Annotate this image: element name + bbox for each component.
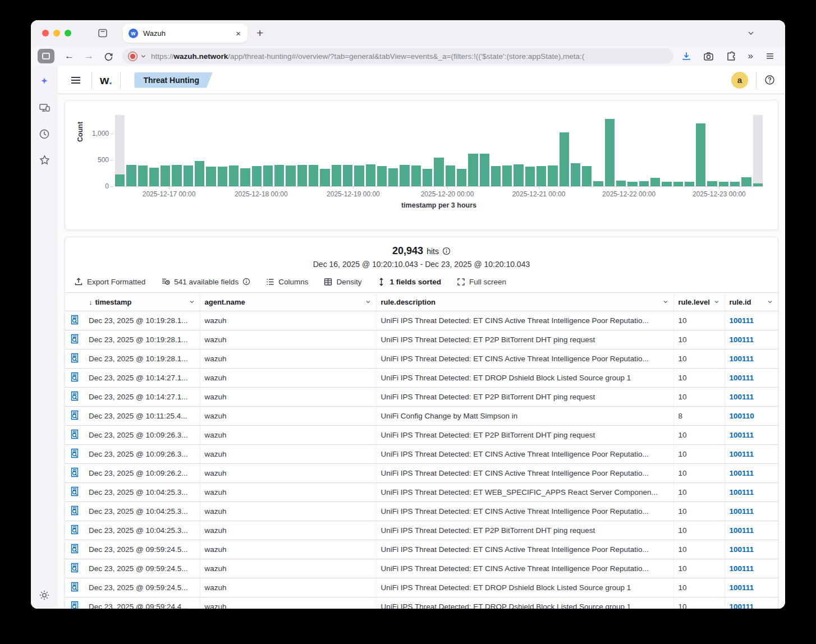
histogram-bar[interactable] (377, 115, 387, 186)
forward-button[interactable]: → (84, 50, 94, 62)
devices-icon[interactable] (39, 102, 51, 114)
inspect-document-button[interactable] (65, 540, 84, 559)
histogram-bar[interactable] (297, 115, 307, 186)
rule-id-link[interactable]: 100111 (730, 507, 754, 516)
inspect-document-button[interactable] (65, 502, 84, 521)
back-button[interactable]: ← (65, 50, 74, 62)
user-avatar[interactable]: a (731, 72, 748, 89)
histogram-bar[interactable] (502, 115, 512, 186)
fields-info-icon[interactable] (242, 278, 250, 286)
download-icon[interactable] (681, 51, 691, 61)
zoom-window-button[interactable] (65, 30, 71, 36)
histogram-bar[interactable] (639, 115, 649, 186)
column-header-level[interactable]: rule.level (673, 293, 725, 311)
rule-id-link[interactable]: 100111 (730, 431, 754, 439)
inspect-document-button[interactable] (65, 521, 84, 540)
histogram-bar[interactable] (343, 115, 352, 186)
histogram-bar[interactable] (525, 115, 535, 186)
histogram-bar[interactable] (263, 115, 273, 186)
histogram-bar[interactable] (206, 115, 216, 186)
tab-overview-icon[interactable] (97, 27, 108, 39)
histogram-bar[interactable] (332, 115, 341, 186)
inspect-document-button[interactable] (65, 426, 84, 445)
fullscreen-button[interactable]: Full screen (457, 278, 506, 286)
density-button[interactable]: Density (324, 278, 361, 286)
histogram-bar[interactable] (126, 115, 136, 186)
histogram-bar[interactable] (229, 115, 239, 186)
inspect-document-button[interactable] (65, 407, 84, 426)
rule-id-link[interactable]: 100111 (730, 526, 754, 535)
column-menu-chevron-icon[interactable] (767, 298, 773, 305)
histogram-bar[interactable] (434, 115, 443, 186)
rule-id-link[interactable]: 100110 (730, 412, 754, 420)
histogram-bar[interactable] (685, 115, 694, 186)
app-menu-icon[interactable] (70, 75, 81, 86)
settings-gear-icon[interactable] (39, 590, 50, 601)
column-header-id[interactable]: rule.id (725, 293, 778, 311)
rule-id-link[interactable]: 100111 (730, 355, 754, 363)
histogram-bar[interactable] (627, 115, 637, 186)
histogram-bar[interactable] (593, 115, 603, 186)
histogram-bar[interactable] (184, 115, 193, 186)
histogram-bar[interactable] (161, 115, 170, 186)
histogram-bar[interactable] (411, 115, 421, 186)
histogram-bar[interactable] (115, 115, 125, 186)
extensions-puzzle-icon[interactable] (726, 51, 736, 62)
inspect-document-button[interactable] (65, 464, 84, 483)
histogram-bar[interactable] (457, 115, 466, 186)
column-header-timestamp[interactable]: ↓timestamp (84, 293, 200, 311)
histogram-bar[interactable] (388, 115, 398, 186)
column-menu-chevron-icon[interactable] (713, 298, 720, 305)
rule-id-link[interactable]: 100111 (730, 393, 754, 401)
hits-info-icon[interactable] (442, 247, 451, 255)
histogram-bar[interactable] (252, 115, 262, 186)
histogram-bar[interactable] (274, 115, 284, 186)
inspect-document-button[interactable] (65, 559, 84, 578)
histogram-bar[interactable] (571, 115, 580, 186)
screenshot-camera-icon[interactable] (703, 51, 714, 62)
bookmarks-star-icon[interactable] (39, 154, 51, 166)
histogram-bar[interactable] (138, 115, 148, 186)
histogram-bar[interactable] (582, 115, 592, 186)
histogram-bar[interactable] (480, 115, 489, 186)
rule-id-link[interactable]: 100111 (730, 583, 754, 592)
histogram-bar[interactable] (560, 115, 569, 186)
histogram-bar[interactable] (616, 115, 626, 186)
histogram-bar[interactable] (149, 115, 159, 186)
histogram-bar[interactable] (650, 115, 660, 186)
histogram-bar[interactable] (286, 115, 295, 186)
column-header-agent[interactable]: agent.name (200, 293, 376, 311)
histogram-bar[interactable] (741, 115, 751, 186)
inspect-document-button[interactable] (65, 388, 84, 407)
help-icon[interactable] (764, 75, 775, 85)
new-tab-button[interactable]: + (256, 26, 263, 40)
inspect-document-button[interactable] (65, 483, 84, 502)
histogram-bar[interactable] (423, 115, 432, 186)
ai-sparkle-icon[interactable] (39, 76, 50, 88)
column-menu-chevron-icon[interactable] (662, 298, 669, 305)
histogram-bar[interactable] (548, 115, 557, 186)
inspect-document-button[interactable] (65, 597, 84, 609)
histogram-bar[interactable] (366, 115, 375, 186)
tab-wazuh[interactable]: w Wazuh × (123, 24, 247, 43)
histogram-bar[interactable] (514, 115, 523, 186)
url-bar[interactable]: https://wazuh.network/app/threat-hunting… (122, 48, 673, 64)
histogram-bar[interactable] (218, 115, 227, 186)
histogram-bar[interactable] (696, 115, 705, 186)
export-formatted-button[interactable]: Export Formatted (74, 277, 145, 286)
histogram-bar[interactable] (491, 115, 501, 186)
browser-menu-icon[interactable] (765, 51, 775, 61)
rule-id-link[interactable]: 100111 (730, 545, 754, 554)
histogram-bar[interactable] (400, 115, 409, 186)
site-info-chevron-icon[interactable] (140, 53, 146, 59)
inspect-document-button[interactable] (65, 578, 84, 597)
rule-id-link[interactable]: 100111 (730, 564, 754, 573)
histogram-bar[interactable] (309, 115, 318, 186)
histogram-bar[interactable] (172, 115, 181, 186)
available-fields-button[interactable]: 541 available fields (161, 277, 250, 286)
tab-close-icon[interactable]: × (235, 29, 242, 38)
histogram-bar[interactable] (662, 115, 671, 186)
rule-id-link[interactable]: 100111 (730, 374, 754, 382)
rule-id-link[interactable]: 100111 (730, 450, 754, 458)
inspect-document-button[interactable] (65, 445, 84, 464)
